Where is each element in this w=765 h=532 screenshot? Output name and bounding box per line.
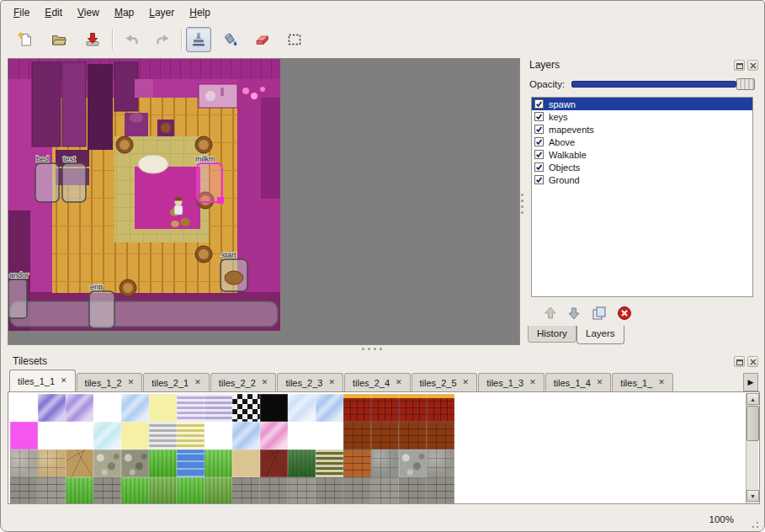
tileset-tab-tiles_1_3[interactable]: tiles_1_3✕: [478, 373, 545, 391]
tile[interactable]: [260, 450, 288, 477]
map-object-bed[interactable]: [35, 163, 59, 202]
tile[interactable]: [121, 477, 149, 504]
tab-close-icon[interactable]: ✕: [463, 379, 470, 386]
dock-close-button[interactable]: [747, 356, 758, 367]
tileset-tab-tiles_1_[interactable]: tiles_1_✕: [612, 373, 672, 391]
tile[interactable]: [149, 422, 177, 450]
tile[interactable]: [38, 477, 66, 504]
tile[interactable]: [232, 450, 260, 477]
tileset-tab-tiles_2_1[interactable]: tiles_2_1✕: [143, 373, 210, 391]
menu-file[interactable]: File: [6, 4, 37, 21]
tab-close-icon[interactable]: ✕: [128, 379, 135, 386]
tile[interactable]: [66, 422, 93, 450]
tile[interactable]: [205, 422, 232, 450]
tile[interactable]: [371, 422, 399, 450]
layer-row-Objects[interactable]: Objects: [532, 161, 752, 173]
stamp-brush-tool-button[interactable]: [186, 27, 211, 52]
tile[interactable]: [205, 450, 232, 477]
layer-row-Walkable[interactable]: Walkable: [532, 148, 752, 161]
tile[interactable]: [427, 394, 454, 422]
map-object-strip[interactable]: [10, 301, 278, 327]
duplicate-layer-button[interactable]: [590, 304, 608, 322]
tile[interactable]: [371, 477, 399, 504]
tile[interactable]: [93, 477, 121, 504]
menu-layer[interactable]: Layer: [141, 4, 182, 21]
tile[interactable]: [232, 422, 260, 450]
tile[interactable]: [93, 394, 121, 422]
menu-edit[interactable]: Edit: [37, 4, 70, 21]
tileset-tab-tiles_2_3[interactable]: tiles_2_3✕: [277, 373, 343, 391]
tab-close-icon[interactable]: ✕: [658, 379, 665, 386]
tile[interactable]: [121, 422, 149, 450]
tileset-tab-tiles_1_4[interactable]: tiles_1_4✕: [545, 373, 612, 391]
layer-row-mapevents[interactable]: mapevents: [532, 123, 752, 136]
tile[interactable]: [427, 422, 454, 450]
tab-layers[interactable]: Layers: [576, 326, 624, 344]
tile[interactable]: [399, 422, 427, 450]
dock-close-button[interactable]: [747, 60, 758, 71]
open-map-button[interactable]: [46, 27, 72, 52]
menu-map[interactable]: Map: [107, 4, 141, 21]
opacity-slider-handle[interactable]: [736, 78, 755, 90]
tile[interactable]: [177, 450, 205, 477]
tile[interactable]: [149, 477, 177, 504]
tile[interactable]: [232, 477, 260, 504]
tile[interactable]: [149, 394, 177, 422]
tile[interactable]: [343, 450, 371, 477]
map-canvas[interactable]: bed test milkm start entr andor: [8, 58, 520, 345]
layers-list[interactable]: spawnkeysmapeventsAboveWalkableObjectsGr…: [531, 97, 753, 297]
tile[interactable]: [316, 394, 343, 422]
tile[interactable]: [177, 394, 205, 422]
tile[interactable]: [260, 477, 288, 504]
lower-layer-button[interactable]: [565, 304, 583, 322]
tile[interactable]: [121, 450, 149, 477]
tile[interactable]: [316, 477, 343, 504]
horizontal-splitter[interactable]: [361, 347, 383, 351]
save-map-button[interactable]: [80, 27, 105, 52]
layer-row-Above[interactable]: Above: [532, 136, 752, 148]
scroll-down-button[interactable]: ▼: [746, 490, 759, 502]
tile[interactable]: [288, 422, 316, 450]
object-resize-handle[interactable]: [217, 197, 224, 204]
delete-layer-button[interactable]: [615, 304, 634, 322]
tile[interactable]: [288, 394, 316, 422]
raise-layer-button[interactable]: [541, 304, 560, 322]
rect-select-tool-button[interactable]: [282, 27, 307, 52]
menu-help[interactable]: Help: [182, 4, 218, 21]
new-map-button[interactable]: [13, 27, 38, 52]
tileset-tab-tiles_2_4[interactable]: tiles_2_4✕: [344, 373, 411, 391]
tab-close-icon[interactable]: ✕: [396, 379, 402, 386]
map-object-milkm-selected[interactable]: [197, 163, 222, 202]
tileset-view[interactable]: ▲ ▼: [8, 391, 760, 504]
tile[interactable]: [399, 450, 427, 477]
tile[interactable]: [232, 394, 260, 422]
tile[interactable]: [260, 422, 288, 450]
menu-view[interactable]: View: [70, 4, 107, 21]
layer-visibility-checkbox[interactable]: [534, 137, 544, 146]
tab-close-icon[interactable]: ✕: [529, 379, 536, 386]
tile[interactable]: [66, 450, 93, 477]
layer-row-Ground[interactable]: Ground: [532, 173, 752, 186]
bucket-fill-tool-button[interactable]: [218, 27, 243, 52]
tile[interactable]: [149, 450, 177, 477]
tile[interactable]: [66, 394, 93, 422]
tile[interactable]: [38, 394, 66, 422]
tile[interactable]: [343, 394, 371, 422]
layer-visibility-checkbox[interactable]: [534, 99, 544, 109]
tileset-tab-tiles_2_5[interactable]: tiles_2_5✕: [412, 373, 478, 391]
opacity-slider[interactable]: [571, 81, 736, 88]
tile[interactable]: [38, 422, 66, 450]
scroll-tabs-right-button[interactable]: ▶: [743, 373, 758, 391]
tab-close-icon[interactable]: ✕: [597, 379, 603, 386]
tile[interactable]: [93, 450, 121, 477]
dock-float-button[interactable]: [734, 60, 745, 71]
layer-row-keys[interactable]: keys: [532, 110, 752, 123]
tile[interactable]: [399, 394, 427, 422]
tile[interactable]: [288, 450, 316, 477]
tile[interactable]: [10, 422, 38, 450]
layer-visibility-checkbox[interactable]: [534, 112, 544, 121]
scrollbar-thumb[interactable]: [746, 406, 759, 441]
tileset-tab-tiles_1_2[interactable]: tiles_1_2✕: [77, 373, 143, 391]
undo-button[interactable]: [119, 27, 144, 52]
tab-close-icon[interactable]: ✕: [61, 377, 67, 385]
